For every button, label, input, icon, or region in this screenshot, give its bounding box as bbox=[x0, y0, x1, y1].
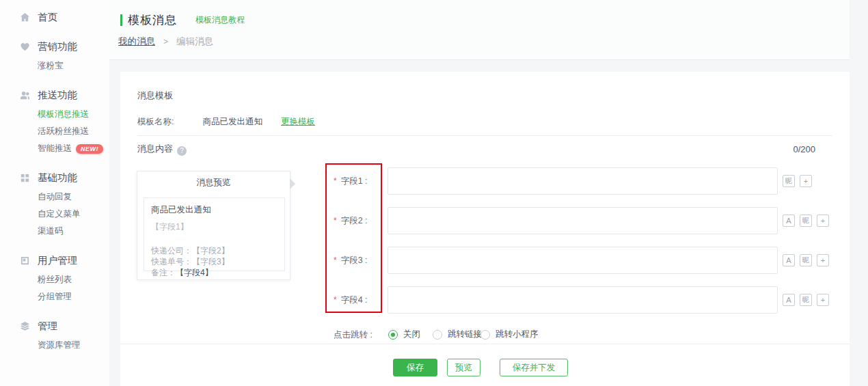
field-label-text: 字段4 : bbox=[341, 294, 368, 306]
layers-icon bbox=[20, 321, 30, 331]
field-row-3: * 字段3 : A 昵 + bbox=[120, 247, 850, 274]
radio-icon bbox=[433, 330, 442, 340]
template-name-row: 模板名称: 商品已发出通知 更换模板 bbox=[137, 116, 315, 128]
sidebar-section-admin: 管理 资源库管理 bbox=[0, 317, 109, 354]
required-marker: * bbox=[334, 216, 337, 225]
radio-icon bbox=[480, 330, 490, 340]
page-header: 模板消息 模板消息教程 我的消息 > 编辑消息 bbox=[109, 0, 850, 60]
radio-label: 跳转小程序 bbox=[496, 329, 539, 340]
required-marker: * bbox=[334, 176, 337, 186]
insert-field-button[interactable]: + bbox=[800, 175, 812, 187]
user-group-icon bbox=[20, 90, 30, 100]
field-1-tools: 昵 + bbox=[783, 167, 812, 195]
required-marker: * bbox=[334, 256, 337, 265]
change-template-link[interactable]: 更换模板 bbox=[281, 116, 315, 128]
sidebar-section-push-header[interactable]: 推送功能 bbox=[0, 86, 109, 104]
divider bbox=[120, 344, 850, 344]
notebook-icon bbox=[20, 256, 30, 266]
breadcrumb-current: 编辑消息 bbox=[176, 36, 213, 48]
sidebar-item-label: 分组管理 bbox=[38, 288, 72, 305]
radio-label: 跳转链接 bbox=[448, 329, 482, 340]
field-2-input[interactable] bbox=[388, 207, 778, 234]
field-2-label: * 字段2 : bbox=[334, 207, 368, 234]
field-row-1: * 字段1 : 昵 + bbox=[120, 167, 850, 195]
field-row-4: * 字段4 : A 昵 + bbox=[120, 286, 850, 314]
help-icon[interactable]: ? bbox=[177, 146, 187, 156]
breadcrumb: 我的消息 > 编辑消息 bbox=[118, 36, 213, 48]
sidebar-section-marketing-header[interactable]: 营销功能 bbox=[0, 38, 109, 55]
breadcrumb-my-messages[interactable]: 我的消息 bbox=[118, 36, 155, 48]
sidebar-item-label: 模板消息推送 bbox=[38, 106, 89, 123]
field-3-input[interactable] bbox=[388, 247, 778, 274]
preview-button[interactable]: 预览 bbox=[447, 359, 480, 376]
message-content-title: 消息内容 bbox=[137, 143, 173, 154]
insert-nickname-button[interactable]: 昵 bbox=[800, 215, 812, 227]
sidebar-item-label: 智能推送 bbox=[38, 140, 72, 157]
sidebar-section-user-mgmt-header[interactable]: 用户管理 bbox=[0, 251, 109, 269]
sidebar-section-push: 推送功能 模板消息推送 活跃粉丝推送 智能推送 NEW! bbox=[0, 86, 109, 157]
insert-nickname-button[interactable]: 昵 bbox=[783, 175, 795, 187]
field-label-text: 字段3 : bbox=[341, 255, 368, 266]
insert-nickname-button[interactable]: 昵 bbox=[800, 294, 812, 306]
insert-field-button[interactable]: + bbox=[817, 215, 829, 227]
template-name-value: 商品已发出通知 bbox=[202, 116, 262, 128]
tutorial-link[interactable]: 模板消息教程 bbox=[195, 14, 245, 26]
font-color-button[interactable]: A bbox=[783, 215, 795, 227]
sidebar-section-label: 推送功能 bbox=[38, 89, 77, 102]
field-1-input[interactable] bbox=[388, 167, 778, 195]
sidebar-item-resource-lib[interactable]: 资源库管理 bbox=[0, 337, 109, 354]
field-3-label: * 字段3 : bbox=[334, 247, 368, 274]
radio-close[interactable]: 关闭 bbox=[388, 329, 420, 340]
template-section-title: 消息模板 bbox=[137, 89, 173, 102]
radio-jump-link[interactable]: 跳转链接 bbox=[433, 329, 482, 340]
sidebar-item-label: 自定义菜单 bbox=[38, 206, 81, 223]
sidebar-section-label: 用户管理 bbox=[38, 254, 77, 267]
field-4-label: * 字段4 : bbox=[334, 286, 368, 314]
sidebar-item-label: 涨粉宝 bbox=[38, 57, 64, 74]
sidebar-item-label: 活跃粉丝推送 bbox=[38, 123, 89, 140]
page-title: 模板消息 bbox=[128, 12, 177, 28]
editor-card: 消息模板 模板名称: 商品已发出通知 更换模板 消息内容? 0/200 消息预览… bbox=[120, 72, 850, 386]
sidebar-item-zhangfenbao[interactable]: 涨粉宝 bbox=[0, 57, 109, 74]
sidebar-item-fans-list[interactable]: 粉丝列表 bbox=[0, 271, 109, 288]
insert-nickname-button[interactable]: 昵 bbox=[800, 254, 812, 266]
radio-jump-miniprogram[interactable]: 跳转小程序 bbox=[480, 329, 539, 340]
field-4-input[interactable] bbox=[388, 286, 778, 314]
sidebar-item-template-message-push[interactable]: 模板消息推送 bbox=[0, 106, 109, 123]
sidebar-item-channel-code[interactable]: 渠道码 bbox=[0, 223, 109, 240]
sidebar-item-home[interactable]: 首页 bbox=[0, 8, 109, 26]
sidebar-item-auto-reply[interactable]: 自动回复 bbox=[0, 189, 109, 206]
sidebar-item-active-fans-push[interactable]: 活跃粉丝推送 bbox=[0, 123, 109, 140]
template-name-label: 模板名称: bbox=[137, 116, 174, 128]
save-button[interactable]: 保存 bbox=[393, 359, 437, 376]
sidebar-item-label: 渠道码 bbox=[38, 223, 64, 240]
insert-field-button[interactable]: + bbox=[817, 294, 829, 306]
font-color-button[interactable]: A bbox=[783, 254, 795, 266]
sidebar-home-label: 首页 bbox=[38, 11, 57, 24]
page: 首页 营销功能 涨粉宝 推送功能 模板消息推送 活跃粉丝推送 智能推送 NEW! bbox=[0, 0, 868, 386]
grid-icon bbox=[20, 173, 30, 183]
char-counter: 0/200 bbox=[793, 144, 815, 154]
field-row-2: * 字段2 : A 昵 + bbox=[120, 207, 850, 234]
click-jump-label: 点击跳转 : bbox=[334, 329, 372, 341]
field-2-tools: A 昵 + bbox=[783, 207, 829, 234]
insert-field-button[interactable]: + bbox=[817, 254, 829, 266]
field-4-tools: A 昵 + bbox=[783, 286, 829, 314]
sidebar-item-label: 自动回复 bbox=[38, 189, 72, 206]
home-icon bbox=[20, 12, 30, 23]
sidebar-item-smart-push[interactable]: 智能推送 NEW! bbox=[0, 140, 109, 157]
sidebar-section-admin-header[interactable]: 管理 bbox=[0, 317, 109, 335]
sidebar-item-custom-menu[interactable]: 自定义菜单 bbox=[0, 206, 109, 223]
save-and-send-button[interactable]: 保存并下发 bbox=[500, 359, 568, 376]
sidebar: 首页 营销功能 涨粉宝 推送功能 模板消息推送 活跃粉丝推送 智能推送 NEW! bbox=[0, 0, 109, 386]
font-color-button[interactable]: A bbox=[783, 294, 795, 306]
sidebar-section-basic-header[interactable]: 基础功能 bbox=[0, 169, 109, 187]
sidebar-section-label: 基础功能 bbox=[38, 171, 77, 184]
sidebar-section-label: 管理 bbox=[38, 320, 57, 333]
breadcrumb-separator: > bbox=[163, 37, 168, 46]
field-1-label: * 字段1 : bbox=[334, 167, 368, 195]
sidebar-item-group-mgmt[interactable]: 分组管理 bbox=[0, 288, 109, 305]
sidebar-section-user-mgmt: 用户管理 粉丝列表 分组管理 bbox=[0, 251, 109, 305]
required-marker: * bbox=[334, 295, 337, 305]
new-badge: NEW! bbox=[76, 144, 103, 154]
